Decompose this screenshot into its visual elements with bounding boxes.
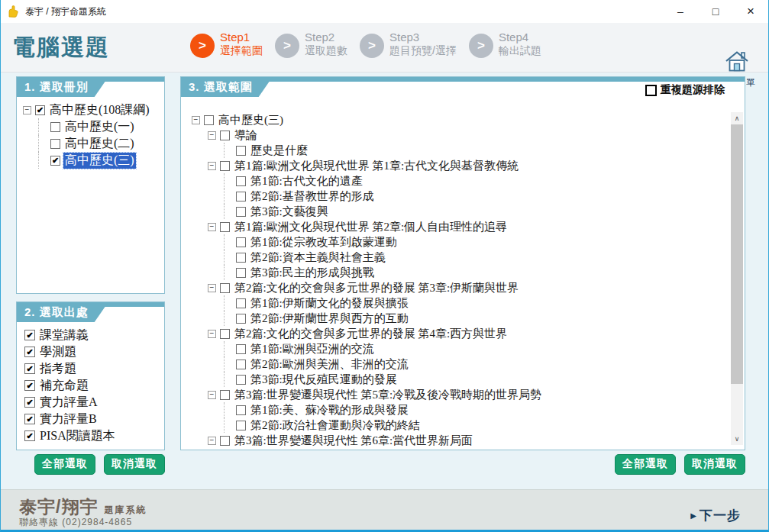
tree-item-label[interactable]: 第3篇:世界變遷與現代性 第6章:當代世界新局面: [233, 434, 474, 448]
tree-item-label[interactable]: 第3節:文藝復興: [249, 205, 330, 219]
source-option-label[interactable]: 實力評量A: [38, 395, 99, 411]
step-2[interactable]: > Step2 選取題數: [275, 31, 347, 58]
checkbox[interactable]: [236, 375, 246, 385]
checkbox[interactable]: [220, 436, 230, 446]
step-3[interactable]: > Step3 題目預覽/選擇: [360, 31, 457, 58]
scrollbar-track[interactable]: [731, 124, 743, 433]
next-step-button[interactable]: ▶ 下一步: [690, 507, 741, 524]
checkbox[interactable]: [220, 161, 230, 171]
checkbox[interactable]: [220, 390, 230, 400]
checkbox[interactable]: [236, 421, 246, 430]
tree-item-label[interactable]: 第3節:現代反殖民運動的發展: [249, 372, 399, 387]
checkbox[interactable]: ✔: [24, 397, 35, 408]
collapse-expander-icon[interactable]: −: [208, 437, 216, 445]
checkbox[interactable]: [236, 298, 246, 308]
tree-item-label[interactable]: 第1節:古代文化的遺產: [249, 174, 364, 189]
tree-item-label[interactable]: 第2篇:文化的交會與多元世界的發展 第4章:西方與世界: [233, 327, 509, 341]
tree-item-label[interactable]: 第2節:資本主義與社會主義: [249, 250, 387, 265]
exclude-duplicate-checkbox[interactable]: [645, 85, 657, 96]
checkbox[interactable]: [236, 146, 246, 156]
checkbox[interactable]: ✔: [35, 105, 45, 115]
collapse-expander-icon[interactable]: −: [208, 391, 216, 399]
tree-item-label[interactable]: 第3節:民主的形成與挑戰: [249, 266, 376, 280]
deselect-all-button[interactable]: 取消選取: [104, 454, 165, 475]
tree-item-label[interactable]: 第2節:歐洲與美洲、非洲的交流: [249, 357, 410, 372]
step-4[interactable]: > Step4 輸出試題: [469, 31, 541, 58]
scrollbar-thumb[interactable]: [731, 124, 743, 384]
source-option-label[interactable]: 課堂講義: [38, 327, 90, 343]
checkbox[interactable]: [220, 222, 230, 232]
collapse-expander-icon[interactable]: −: [208, 131, 216, 140]
source-option-label[interactable]: 學測題: [38, 344, 78, 360]
checkbox[interactable]: [236, 176, 246, 186]
checkbox[interactable]: [236, 192, 246, 202]
collapse-expander-icon[interactable]: −: [208, 223, 216, 231]
checkbox[interactable]: [204, 115, 214, 125]
source-checkbox-list: ✔課堂講義✔學測題✔指考題✔補充命題✔實力評量A✔實力評量B✔PISA閱讀題本: [24, 327, 117, 444]
tree-item-label[interactable]: 高中歷史(一): [63, 119, 136, 135]
checkbox[interactable]: [236, 253, 246, 263]
tree-item-label[interactable]: 第1篇:歐洲文化與現代世界 第1章:古代文化與基督教傳統: [233, 159, 520, 173]
minimize-button[interactable]: –: [663, 0, 698, 23]
maximize-button[interactable]: □: [698, 0, 733, 23]
source-option-label[interactable]: 補充命題: [38, 378, 90, 394]
checkbox[interactable]: [236, 237, 246, 247]
tree-item-label[interactable]: 第1篇:歐洲文化與現代世界 第2章:個人自由理性的追尋: [233, 220, 509, 234]
checkbox[interactable]: ✔: [24, 330, 35, 340]
tree-item-label[interactable]: 第1節:從宗教改革到啟蒙運動: [249, 235, 399, 250]
tree-item-label[interactable]: 第1節:美、蘇冷戰的形成與發展: [249, 403, 410, 418]
source-option-label[interactable]: 實力評量B: [38, 411, 99, 427]
collapse-expander-icon[interactable]: −: [208, 330, 216, 338]
scrollbar[interactable]: ∧ ∨: [731, 112, 743, 445]
tree-item-label[interactable]: 第2節:基督教世界的形成: [249, 189, 376, 204]
step-1[interactable]: > Step1 選擇範圍: [190, 31, 263, 58]
checkbox[interactable]: [220, 131, 230, 140]
tree-item-label[interactable]: 歷史是什麼: [249, 143, 309, 158]
collapse-expander-icon[interactable]: −: [208, 284, 216, 292]
scroll-down-icon[interactable]: ∨: [731, 433, 743, 445]
tree-item-label[interactable]: 第2篇:文化的交會與多元世界的發展 第3章:伊斯蘭與世界: [233, 281, 520, 295]
scroll-up-icon[interactable]: ∧: [731, 112, 743, 124]
checkbox[interactable]: ✔: [24, 347, 35, 357]
tree-item-label[interactable]: 高中歷史(三): [63, 153, 136, 169]
checkbox[interactable]: [50, 139, 60, 149]
checkbox[interactable]: ✔: [24, 380, 35, 391]
select-all-button[interactable]: 全部選取: [615, 454, 676, 475]
collapse-expander-icon[interactable]: −: [192, 116, 200, 124]
tree-item-label[interactable]: 第2節:伊斯蘭世界與西方的互動: [249, 311, 410, 326]
exclude-duplicate-option[interactable]: 重複題源排除: [645, 83, 725, 97]
checkbox[interactable]: [236, 360, 246, 369]
step-indicator: > Step1 選擇範圍 > Step2 選取題數 > Step3 題目預覽/選…: [190, 31, 554, 58]
checkbox[interactable]: ✔: [50, 156, 60, 166]
source-option-label[interactable]: 指考題: [38, 361, 78, 377]
checkbox[interactable]: [50, 122, 60, 132]
tree-row: −第3篇:世界變遷與現代性 第5章:冷戰及後冷戰時期的世界局勢: [192, 387, 726, 402]
checkbox[interactable]: ✔: [24, 363, 35, 374]
checkbox[interactable]: ✔: [24, 414, 35, 424]
select-all-button[interactable]: 全部選取: [34, 454, 95, 475]
collapse-expander-icon[interactable]: −: [23, 106, 31, 114]
deselect-all-button[interactable]: 取消選取: [684, 454, 745, 475]
tree-item-label[interactable]: 高中歷史(108課綱): [48, 102, 151, 118]
checkbox[interactable]: [220, 283, 230, 293]
checkbox[interactable]: ✔: [24, 430, 35, 441]
tree-item-label[interactable]: 第2節:政治社會運動與冷戰的終結: [249, 418, 422, 433]
tree-item-label[interactable]: 第1節:伊斯蘭文化的發展與擴張: [249, 296, 410, 311]
close-button[interactable]: ×: [733, 0, 768, 23]
tree-item-label[interactable]: 導論: [233, 128, 259, 143]
checkbox[interactable]: [236, 314, 246, 324]
checkbox[interactable]: [236, 344, 246, 354]
collapse-expander-icon[interactable]: −: [208, 162, 216, 170]
checkbox[interactable]: [236, 268, 246, 278]
checkbox[interactable]: [220, 329, 230, 339]
tree-guide-line: [224, 356, 236, 372]
checkbox[interactable]: [236, 405, 246, 415]
panel2-title: 2. 選取出處: [17, 302, 108, 322]
source-option-row: ✔實力評量A: [24, 394, 117, 411]
tree-item-label[interactable]: 第3篇:世界變遷與現代性 第5章:冷戰及後冷戰時期的世界局勢: [233, 388, 543, 402]
tree-item-label[interactable]: 高中歷史(二): [63, 136, 136, 152]
tree-item-label[interactable]: 第1節:歐洲與亞洲的交流: [249, 342, 376, 356]
checkbox[interactable]: [236, 207, 246, 217]
source-option-label[interactable]: PISA閱讀題本: [38, 428, 117, 444]
tree-item-label[interactable]: 高中歷史(三): [217, 113, 285, 127]
